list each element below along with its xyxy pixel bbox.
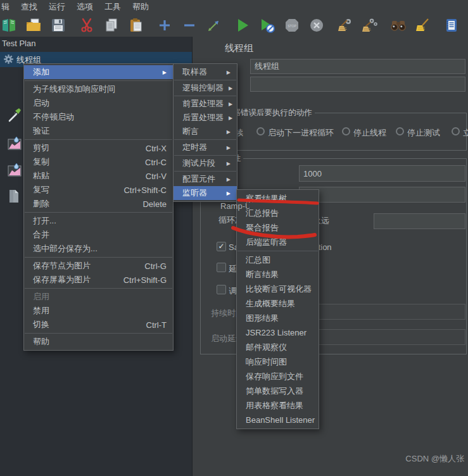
radio-stop-thread[interactable]: [342, 127, 350, 135]
menu-item-merge[interactable]: 合并: [24, 228, 173, 242]
menu-item-logic-controller[interactable]: 逻辑控制器▶: [174, 81, 237, 95]
radio-start-next-loop[interactable]: [256, 127, 265, 135]
menu-separator: [25, 333, 172, 334]
chart-listener-icon[interactable]: [8, 135, 22, 153]
menu-item-toggle[interactable]: 切换Ctrl-T: [24, 318, 173, 332]
menu-separator: [174, 171, 236, 172]
radio-stop-test-now[interactable]: [452, 127, 460, 135]
search-button[interactable]: [386, 15, 410, 35]
menu-separator: [25, 257, 172, 258]
function-helper-button[interactable]: [439, 15, 464, 35]
menu-item-save-screen-as-image[interactable]: 保存屏幕为图片Ctrl+Shift-G: [24, 273, 173, 287]
menu-item-label: 图形结果: [246, 313, 279, 324]
menu-item-label: 后置处理器: [182, 112, 224, 123]
start-button[interactable]: [230, 15, 255, 35]
menu-item-validate[interactable]: 验证: [24, 124, 173, 138]
menu-item-save-node-as-image[interactable]: 保存节点为图片Ctrl-G: [24, 259, 173, 273]
stop-icon: STOP: [284, 17, 300, 34]
menu-item-save-responses-to-file[interactable]: 保存响应到文件: [237, 369, 319, 384]
menubar-item-选项[interactable]: 选项: [71, 0, 99, 14]
menu-item-response-time-graph[interactable]: 响应时间图: [237, 354, 319, 369]
chart-listener-icon[interactable]: [8, 162, 22, 180]
menu-item-paste[interactable]: 粘贴Ctrl-V: [24, 169, 173, 183]
clear-button[interactable]: [332, 15, 357, 35]
tree-node-test-plan[interactable]: Test Plan: [2, 39, 35, 48]
menu-item-enable: 启用: [24, 290, 173, 304]
menu-item-beanshell-listener[interactable]: BeanShell Listener: [237, 413, 319, 427]
menu-item-post-processors[interactable]: 后置处理器▶: [174, 111, 237, 125]
gear-icon: [3, 54, 14, 67]
toolbar: STOP?: [0, 14, 468, 37]
copy-button[interactable]: [99, 15, 123, 35]
menubar-item-工具[interactable]: 工具: [99, 0, 127, 14]
rampup-input[interactable]: [299, 187, 465, 203]
threads-value: 1000: [303, 169, 322, 178]
menu-item-duplicate[interactable]: 复写Ctrl+Shift-C: [24, 183, 173, 197]
menu-item-cut[interactable]: 剪切Ctrl-X: [24, 141, 173, 155]
menu-item-assertion-results[interactable]: 断言结果: [237, 267, 319, 282]
edit-arrows-button[interactable]: [201, 15, 226, 35]
loop-count-input[interactable]: [374, 213, 465, 229]
menu-item-label: 帮助: [33, 336, 49, 348]
paste-button[interactable]: [123, 15, 148, 35]
menu-item-start-no-pauses[interactable]: 不停顿启动: [24, 110, 173, 124]
menu-item-aggregate-report[interactable]: 聚合报告: [237, 220, 319, 235]
menu-item-listener[interactable]: 监听器▶: [174, 186, 237, 200]
scheduler-checkbox[interactable]: [217, 285, 226, 294]
comments-input[interactable]: [250, 77, 465, 92]
help-button[interactable]: ?: [464, 15, 468, 35]
menu-item-remove[interactable]: 删除Delete: [24, 197, 173, 211]
menu-item-timer[interactable]: 定时器▶: [174, 141, 237, 154]
cut-button[interactable]: [74, 15, 99, 35]
new-file-button[interactable]: [0, 15, 21, 35]
submenu-arrow-icon: ▶: [222, 191, 231, 196]
menu-item-view-results-in-table[interactable]: 用表格察看结果: [237, 398, 319, 413]
menubar-item-查找[interactable]: 查找: [15, 0, 43, 14]
remove-button[interactable]: [177, 15, 201, 35]
menu-item-simple-data-writer[interactable]: 简单数据写入器: [237, 384, 319, 398]
search-reset-button[interactable]: [410, 15, 435, 35]
submenu-arrow-icon: ▶: [158, 70, 167, 75]
menu-item-disable[interactable]: 禁用: [24, 304, 173, 318]
menu-item-save-selection-as[interactable]: 选中部分保存为...: [24, 242, 173, 256]
cut-icon: [79, 17, 95, 34]
menu-item-add[interactable]: 添加▶: [24, 65, 173, 79]
menu-item-label: 为子线程添加响应时间: [33, 84, 115, 95]
delay-thread-creation-checkbox[interactable]: [217, 263, 226, 272]
menu-item-assertions[interactable]: 断言▶: [174, 125, 237, 139]
document-icon[interactable]: [8, 189, 20, 206]
remove-icon: [181, 17, 198, 34]
clear-all-button[interactable]: [357, 15, 382, 35]
menu-item-help[interactable]: 帮助: [24, 335, 173, 349]
add-button[interactable]: [152, 15, 177, 35]
menu-item-backend-listener[interactable]: 后端监听器: [237, 235, 319, 249]
menu-item-comparison-assertion-visualizer[interactable]: 比较断言可视化器: [237, 282, 319, 296]
menubar-item-运行[interactable]: 运行: [43, 0, 71, 14]
menu-item-open[interactable]: 打开...: [24, 214, 173, 228]
menu-item-start[interactable]: 启动: [24, 96, 173, 110]
name-input[interactable]: 线程组: [250, 59, 465, 74]
menu-item-pre-processors[interactable]: 前置处理器▶: [174, 97, 237, 111]
menu-separator: [25, 288, 172, 289]
menu-item-config-element[interactable]: 配置元件▶: [174, 172, 237, 186]
start-no-pauses-button[interactable]: [255, 15, 279, 35]
eyedropper-icon[interactable]: [8, 106, 22, 125]
menu-item-generate-summary-results[interactable]: 生成概要结果: [237, 296, 319, 311]
save-button[interactable]: [46, 15, 70, 35]
menu-item-label: 前置处理器: [182, 98, 224, 110]
menu-item-copy[interactable]: 复制Ctrl-C: [24, 155, 173, 169]
same-user-checkbox[interactable]: ✓: [217, 242, 226, 251]
threads-input[interactable]: 1000: [299, 165, 465, 182]
menu-item-add-think-times[interactable]: 为子线程添加响应时间: [24, 82, 173, 96]
menu-item-test-fragment[interactable]: 测试片段▶: [174, 156, 237, 170]
menubar-item-帮助[interactable]: 帮助: [127, 0, 155, 14]
radio-stop-test[interactable]: [396, 127, 404, 135]
menu-item-mailer-visualizer[interactable]: 邮件观察仪: [237, 340, 319, 354]
menu-item-label: 简单数据写入器: [246, 385, 303, 397]
menu-item-jsr223-listener[interactable]: JSR223 Listener: [237, 325, 319, 340]
menu-item-graph-results[interactable]: 图形结果: [237, 311, 319, 325]
menu-item-aggregate-graph[interactable]: 汇总图: [237, 253, 319, 267]
menubar-item-辑[interactable]: 辑: [0, 0, 15, 14]
open-file-button[interactable]: [21, 15, 46, 35]
menu-item-sampler[interactable]: 取样器▶: [174, 65, 237, 79]
